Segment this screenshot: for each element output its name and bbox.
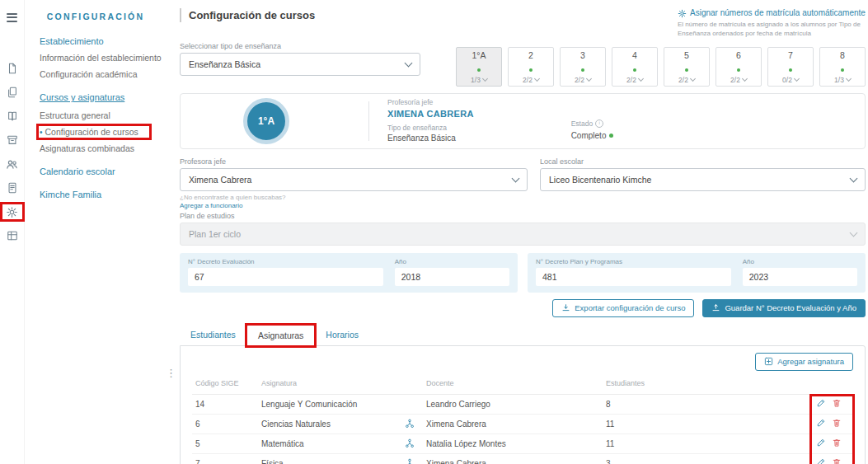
status-dot xyxy=(477,68,481,72)
chevron-down-icon xyxy=(638,76,644,82)
profesora-jefe-name: XIMENA CABRERA xyxy=(387,108,474,120)
cell-estudiantes: 11 xyxy=(603,414,782,434)
status-dot xyxy=(633,68,636,72)
menu-icon[interactable] xyxy=(7,11,17,24)
local-escolar-label: Local escolar xyxy=(540,157,866,166)
tab-estudiantes[interactable]: Estudiantes xyxy=(180,325,246,345)
edit-icon[interactable] xyxy=(816,398,826,408)
course-tab-1a[interactable]: 1°A 1/3 xyxy=(456,47,502,87)
chevron-down-icon xyxy=(846,76,852,82)
edit-icon[interactable] xyxy=(816,438,826,448)
file-icon[interactable] xyxy=(3,62,21,75)
info-icon[interactable]: i xyxy=(595,120,603,128)
course-tab-4[interactable]: 4 2/2 xyxy=(612,47,658,87)
drag-dots-icon[interactable]: ⋮ xyxy=(166,369,176,377)
course-tab-8[interactable]: 8 1/3 xyxy=(819,47,866,87)
copy-icon[interactable] xyxy=(3,86,21,99)
cell-asignatura: Física xyxy=(258,453,423,464)
row-actions xyxy=(782,453,853,464)
hierarchy-icon[interactable] xyxy=(405,458,415,464)
sidebar-item-kimche-familia[interactable]: Kimche Familia xyxy=(40,190,167,199)
add-asignatura-button[interactable]: Agregar asignatura xyxy=(755,353,853,371)
book-icon[interactable] xyxy=(3,110,21,123)
sidebar-item-estructura-general[interactable]: Estructura general xyxy=(40,110,167,120)
add-funcionario-link[interactable]: Agregar a funcionario xyxy=(180,202,528,209)
edit-icon[interactable] xyxy=(816,457,826,464)
hierarchy-icon[interactable] xyxy=(405,419,415,429)
estado-value: Completo xyxy=(571,130,607,141)
col-header-asignatura: Asignatura xyxy=(258,376,423,395)
document-icon[interactable] xyxy=(3,181,21,195)
plan-estudios-field: Plan 1er ciclo xyxy=(180,223,866,246)
sidebar-item-informacion-del-establecimiento[interactable]: Información del establecimiento xyxy=(40,53,167,63)
asignaturas-panel: Agregar asignatura Código SIGE Asignatur… xyxy=(180,345,866,464)
page-title: Configuración de cursos xyxy=(180,8,315,22)
decreto-evaluacion-anio-input[interactable]: 2018 xyxy=(395,268,509,286)
status-dot xyxy=(841,68,844,72)
profesora-jefe-select[interactable]: Ximena Cabrera xyxy=(180,168,528,191)
anio-label: Año xyxy=(743,258,857,265)
course-tab-6[interactable]: 6 2/2 xyxy=(716,47,762,87)
cell-asignatura: Matemática xyxy=(258,434,423,453)
profesora-jefe-label: Profesora jefe xyxy=(180,157,528,166)
asignaturas-table: Código SIGE Asignatura Docente Estudiant… xyxy=(192,376,853,464)
delete-icon[interactable] xyxy=(832,457,842,464)
decreto-evaluacion-input[interactable]: 67 xyxy=(188,268,383,286)
auto-assign-note: El número de matrícula es asignado a los… xyxy=(678,21,866,39)
course-tab-7[interactable]: 7 0/2 xyxy=(767,47,814,87)
decreto-plan-input[interactable]: 481 xyxy=(536,268,731,286)
row-actions xyxy=(782,394,853,414)
tipo-ensenanza-select[interactable]: Enseñanza Básica xyxy=(180,53,420,76)
decreto-plan-anio-input[interactable]: 2023 xyxy=(743,268,857,286)
chevron-down-icon xyxy=(794,76,800,82)
chevron-down-icon xyxy=(512,174,520,182)
board-icon[interactable] xyxy=(3,229,21,242)
cell-codigo: 6 xyxy=(192,414,258,434)
sidebar-item-calendario-escolar[interactable]: Calendario escolar xyxy=(40,166,167,176)
users-icon[interactable] xyxy=(3,157,21,171)
decreto-evaluacion-panel: N° Decreto Evaluación 67 Año 2018 xyxy=(180,253,518,293)
estado-label: Estado xyxy=(571,120,593,129)
table-row: 14 Lenguaje Y Comunicación Leandro Carri… xyxy=(192,394,853,414)
decreto-plan-label: N° Decreto Plan y Programas xyxy=(536,258,731,265)
course-tab-5[interactable]: 5 2/2 xyxy=(664,47,710,87)
col-header-docente: Docente xyxy=(423,376,603,395)
sidebar-item-asignaturas-combinadas[interactable]: Asignaturas combinadas xyxy=(40,143,167,153)
cell-estudiantes: 11 xyxy=(603,434,782,453)
tab-asignaturas[interactable]: Asignaturas xyxy=(246,325,315,346)
delete-icon[interactable] xyxy=(832,398,842,408)
auto-assign-matricula-link[interactable]: Asignar números de matrícula automáticam… xyxy=(678,8,866,18)
delete-icon[interactable] xyxy=(832,438,842,448)
status-dot xyxy=(581,68,584,72)
archive-icon[interactable] xyxy=(3,134,21,147)
status-dot xyxy=(609,134,613,138)
tipo-ensenanza-card-label: Tipo de enseñanza xyxy=(387,124,474,133)
tab-horarios[interactable]: Horarios xyxy=(315,325,369,345)
sidebar-item-cursos-y-asignaturas[interactable]: Cursos y asignaturas xyxy=(40,92,167,102)
chevron-down-icon xyxy=(690,76,696,82)
cell-codigo: 14 xyxy=(192,394,258,414)
sidebar-title: CONFIGURACIÓN xyxy=(25,12,167,21)
upload-icon xyxy=(711,303,720,312)
export-config-button[interactable]: Exportar configuración de curso xyxy=(552,299,694,317)
tipo-ensenanza-card-value: Enseñanza Básica xyxy=(387,133,474,143)
sidebar: CONFIGURACIÓN Establecimiento Informació… xyxy=(25,0,167,464)
chevron-down-icon xyxy=(586,76,592,82)
cell-asignatura: Ciencias Naturales xyxy=(258,414,423,434)
course-tab-2[interactable]: 2 2/2 xyxy=(508,47,554,87)
gear-icon[interactable] xyxy=(3,205,21,218)
main-content: Configuración de cursos Asignar números … xyxy=(167,0,868,464)
local-escolar-select[interactable]: Liceo Bicentenario Kimche xyxy=(540,168,866,191)
hierarchy-icon[interactable] xyxy=(405,438,415,448)
col-header-estudiantes: Estudiantes xyxy=(603,376,782,395)
chevron-down-icon xyxy=(482,76,488,82)
sidebar-item-establecimiento[interactable]: Establecimiento xyxy=(40,36,167,46)
delete-icon[interactable] xyxy=(832,418,842,428)
save-decreto-button[interactable]: Guardar N° Decreto Evaluación y Año xyxy=(702,299,866,317)
course-tab-strip: 1°A 1/3 2 2/2 3 2/2 4 2/2 xyxy=(456,47,866,87)
sidebar-item-configuracion-academica[interactable]: Configuración académica xyxy=(40,69,167,79)
course-tab-3[interactable]: 3 2/2 xyxy=(560,47,606,87)
sidebar-item-configuracion-de-cursos[interactable]: •Configuración de cursos xyxy=(40,127,148,137)
edit-icon[interactable] xyxy=(816,418,826,428)
plus-square-icon xyxy=(764,357,773,366)
